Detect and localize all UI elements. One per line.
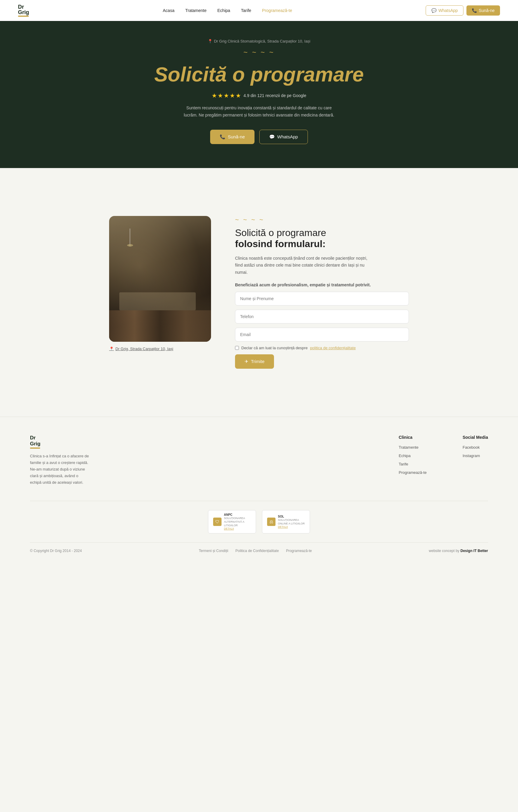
location-icon: 📍 (208, 39, 213, 44)
hero-section: 📍 Dr Grig Clinică Stomatologică, Strada … (0, 21, 518, 168)
footer-social-heading: Social Media (463, 435, 488, 440)
badge-anpc-icon: 🛡 (213, 518, 221, 526)
nav-whatsapp-button[interactable]: 💬 WhatsApp (426, 5, 463, 16)
footer-programeaza-link[interactable]: Programează-te (286, 549, 312, 553)
form-title: Solicită o programare folosind formularu… (235, 227, 409, 250)
footer-description: Clinica s-a înfințat ca o afacere de fam… (30, 453, 90, 486)
badge-sol-text: SOL SOLUȚIONAREA ONLINE A LITIGIILOR DET… (278, 515, 305, 529)
footer-link-tratamente: Tratamente (399, 444, 427, 450)
hero-location: 📍 Dr Grig Clinică Stomatologică, Strada … (12, 39, 506, 44)
badge-anpc-line1: SOLUȚIONAREA ALTERNATIVĂ (224, 517, 245, 523)
clinic-photo (109, 216, 211, 342)
footer-social-links: Facebook Instagram (463, 444, 488, 458)
badge-sol: ⚖ SOL SOLUȚIONAREA ONLINE A LITIGIILOR D… (262, 510, 310, 533)
footer-logo: Dr Grig (30, 435, 96, 449)
privacy-checkbox-row: Declar că am luat la cunoștință despre p… (235, 346, 409, 350)
hero-title: Solicită o programare (12, 63, 506, 86)
hero-whatsapp-label: WhatsApp (277, 134, 298, 139)
form-benefit: Beneficiază acum de profesionalism, empa… (235, 282, 373, 289)
badge-anpc-link[interactable]: DETALII (224, 527, 251, 531)
stars-icon: ★★★★★ (212, 92, 242, 99)
form-address-text: Dr Grig, Strada Carpaților 10, Iași (115, 347, 173, 351)
footer-logo-grig: Grig (30, 441, 96, 447)
footer: Dr Grig Clinica s-a înfințat ca o afacer… (0, 417, 518, 559)
phone-icon: 📞 (472, 8, 477, 13)
name-input[interactable] (235, 292, 409, 306)
badge-sol-name: SOL (278, 515, 305, 519)
form-wrapper: 📍 Dr Grig, Strada Carpaților 10, Iași ~ … (0, 168, 518, 417)
email-input[interactable] (235, 328, 409, 342)
badge-anpc: 🛡 ANPC SOLUȚIONAREA ALTERNATIVĂ A LITIGI… (208, 510, 256, 533)
hero-buttons: 📞 Sună-ne 💬 WhatsApp (12, 130, 506, 144)
logo-dr: Dr (18, 4, 29, 9)
footer-copyright: © Copyright Dr Grig 2014 - 2024 (30, 549, 82, 553)
footer-bottom-links: Termeni și Condiții Politica de Confiden… (199, 549, 312, 553)
privacy-text: Declar că am luat la cunoștință despre (241, 346, 307, 350)
footer-link-facebook: Facebook (463, 444, 488, 450)
form-column: ~ ~ ~ ~ Solicită o programare folosind f… (235, 216, 409, 369)
contact-form: Declar că am luat la cunoștință despre p… (235, 292, 409, 369)
hero-whatsapp-button[interactable]: 💬 WhatsApp (259, 130, 308, 144)
privacy-link[interactable]: politica de confidențialitate (310, 346, 356, 350)
nav-suna-label: Sună-ne (479, 8, 495, 13)
footer-link-echipa: Echipa (399, 453, 427, 458)
clinic-lamp (130, 229, 130, 246)
whatsapp-icon: 💬 (269, 134, 275, 140)
send-icon: ✈ (245, 359, 248, 364)
privacy-checkbox[interactable] (235, 346, 239, 350)
hero-stars-row: ★★★★★ 4.9 din 121 recenzii de pe Google (12, 92, 506, 99)
nav-link-tarife[interactable]: Tarife (241, 8, 251, 13)
nav-links: Acasa Tratamente Echipa Tarife Programea… (163, 8, 292, 13)
form-title-bold: folosind formularul: (235, 238, 326, 249)
form-title-normal: Solicită o programare (235, 227, 326, 238)
footer-confidentialitate-link[interactable]: Politica de Confidențialitate (235, 549, 279, 553)
footer-logo-dr: Dr (30, 435, 96, 441)
hero-suna-label: Sună-ne (228, 134, 245, 139)
footer-clinica-links: Tratamente Echipa Tarife Programează-te (399, 444, 427, 475)
footer-link-programeaza: Programează-te (399, 470, 427, 475)
footer-spacer (114, 435, 381, 486)
clinic-counter (119, 292, 196, 310)
nav-suna-button[interactable]: 📞 Sună-ne (466, 5, 500, 16)
submit-label: Trimite (251, 359, 264, 364)
nav-link-echipa[interactable]: Echipa (217, 8, 230, 13)
logo-underline (18, 16, 29, 17)
nav-logo: Dr Grig (18, 4, 29, 17)
form-address-link[interactable]: 📍 Dr Grig, Strada Carpaților 10, Iași (109, 347, 211, 351)
location-icon: 📍 (109, 347, 114, 351)
footer-termeni-link[interactable]: Termeni și Condiții (199, 549, 228, 553)
footer-concept-brand: Design IT Better (460, 549, 488, 553)
footer-social-column: Social Media Facebook Instagram (463, 435, 488, 486)
form-section: 📍 Dr Grig, Strada Carpaților 10, Iași ~ … (79, 192, 439, 393)
rating-text: 4.9 din 121 recenzii de pe Google (243, 93, 306, 98)
form-image-column: 📍 Dr Grig, Strada Carpaților 10, Iași (109, 216, 211, 351)
hero-description: Suntem recunoscuți pentru inovația const… (181, 105, 337, 119)
form-wave: ~ ~ ~ ~ (235, 216, 409, 224)
nav-whatsapp-label: WhatsApp (438, 8, 458, 13)
logo-grig: Grig (18, 9, 29, 15)
navbar: Dr Grig Acasa Tratamente Echipa Tarife P… (0, 0, 518, 21)
hero-suna-button[interactable]: 📞 Sună-ne (210, 130, 254, 144)
footer-logo-underline (30, 447, 40, 449)
phone-input[interactable] (235, 310, 409, 323)
submit-button[interactable]: ✈ Trimite (235, 354, 274, 369)
badge-anpc-text: ANPC SOLUȚIONAREA ALTERNATIVĂ A LITIGIIL… (224, 513, 251, 531)
nav-buttons: 💬 WhatsApp 📞 Sună-ne (426, 5, 500, 16)
hero-wave: ~ ~ ~ ~ (12, 48, 506, 57)
footer-logo-column: Dr Grig Clinica s-a înfințat ca o afacer… (30, 435, 96, 486)
nav-link-programeaza[interactable]: Programează-te (262, 8, 292, 13)
footer-link-tarife: Tarife (399, 461, 427, 467)
footer-link-instagram: Instagram (463, 453, 488, 458)
nav-link-tratamente[interactable]: Tratamente (185, 8, 207, 13)
badge-sol-line2: A LITIGIILOR (289, 522, 305, 525)
footer-concept-text: website concept by (429, 549, 460, 553)
footer-clinica-column: Clinica Tratamente Echipa Tarife Program… (399, 435, 427, 486)
clinic-floor (109, 310, 211, 342)
footer-clinica-heading: Clinica (399, 435, 427, 440)
footer-top: Dr Grig Clinica s-a înfințat ca o afacer… (30, 435, 488, 501)
badge-sol-icon: ⚖ (267, 518, 275, 526)
phone-icon: 📞 (220, 134, 225, 140)
badge-sol-link[interactable]: DETALII (278, 525, 305, 529)
nav-link-acasa[interactable]: Acasa (163, 8, 174, 13)
footer-concept: website concept by Design IT Better (429, 549, 488, 553)
